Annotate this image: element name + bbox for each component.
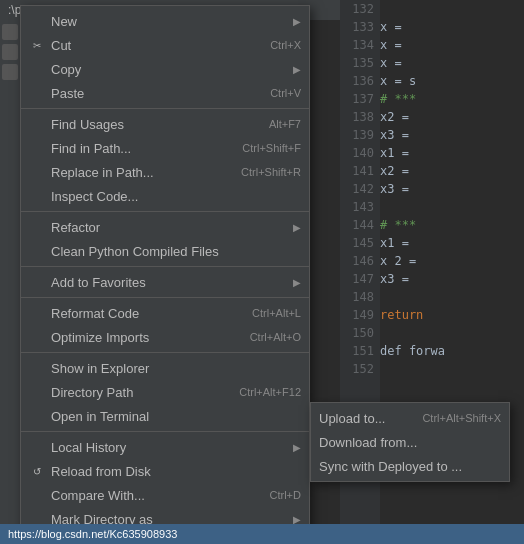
menu-item-new[interactable]: New▶ — [21, 9, 309, 33]
menu-item-show-in-explorer[interactable]: Show in Explorer — [21, 356, 309, 380]
submenu-shortcut-upload-to: Ctrl+Alt+Shift+X — [422, 412, 501, 424]
code-line-149: return — [380, 306, 524, 324]
line-number-134: 134 — [340, 36, 380, 54]
menu-label-reload-from-disk: Reload from Disk — [51, 464, 301, 479]
menu-icon-find-usages — [29, 116, 45, 132]
bottom-bar: https://blog.csdn.net/Kc635908933 — [0, 524, 524, 544]
line-number-137: 137 — [340, 90, 380, 108]
menu-icon-refactor — [29, 219, 45, 235]
menu-label-inspect-code: Inspect Code... — [51, 189, 301, 204]
submenu-item-sync-with-deployed[interactable]: Sync with Deployed to ... — [311, 454, 509, 478]
menu-item-inspect-code[interactable]: Inspect Code... — [21, 184, 309, 208]
code-line-134: x = — [380, 36, 524, 54]
menu-icon-find-in-path — [29, 140, 45, 156]
menu-item-clean-python[interactable]: Clean Python Compiled Files — [21, 239, 309, 263]
menu-item-add-to-favorites[interactable]: Add to Favorites▶ — [21, 270, 309, 294]
code-line-145: x1 = — [380, 234, 524, 252]
menu-icon-cut: ✂ — [29, 37, 45, 53]
left-panel — [0, 20, 20, 544]
menu-shortcut-reformat-code: Ctrl+Alt+L — [252, 307, 301, 319]
menu-item-directory-path[interactable]: Directory PathCtrl+Alt+F12 — [21, 380, 309, 404]
menu-icon-open-in-terminal — [29, 408, 45, 424]
line-number-150: 150 — [340, 324, 380, 342]
code-line-151: def forwa — [380, 342, 524, 360]
bottom-bar-text: https://blog.csdn.net/Kc635908933 — [8, 528, 177, 540]
menu-item-find-in-path[interactable]: Find in Path...Ctrl+Shift+F — [21, 136, 309, 160]
menu-item-copy[interactable]: Copy▶ — [21, 57, 309, 81]
menu-item-local-history[interactable]: Local History▶ — [21, 435, 309, 459]
context-menu: New▶✂CutCtrl+XCopy▶PasteCtrl+VFind Usage… — [20, 5, 310, 544]
sidebar-icon-3 — [2, 64, 18, 80]
code-line-150 — [380, 324, 524, 342]
code-line-137: # *** — [380, 90, 524, 108]
menu-item-reformat-code[interactable]: Reformat CodeCtrl+Alt+L — [21, 301, 309, 325]
menu-icon-directory-path — [29, 384, 45, 400]
menu-item-paste[interactable]: PasteCtrl+V — [21, 81, 309, 105]
menu-arrow-add-to-favorites: ▶ — [293, 277, 301, 288]
code-line-143 — [380, 198, 524, 216]
menu-icon-reload-from-disk: ↺ — [29, 463, 45, 479]
sidebar-icon-1 — [2, 24, 18, 40]
code-line-144: # *** — [380, 216, 524, 234]
code-line-152 — [380, 360, 524, 378]
menu-label-cut: Cut — [51, 38, 250, 53]
line-number-142: 142 — [340, 180, 380, 198]
menu-label-new: New — [51, 14, 289, 29]
menu-separator-after-optimize-imports — [21, 352, 309, 353]
line-number-147: 147 — [340, 270, 380, 288]
code-line-138: x2 = — [380, 108, 524, 126]
line-number-132: 132 — [340, 0, 380, 18]
menu-arrow-local-history: ▶ — [293, 442, 301, 453]
menu-item-find-usages[interactable]: Find UsagesAlt+F7 — [21, 112, 309, 136]
menu-label-directory-path: Directory Path — [51, 385, 219, 400]
menu-separator-after-paste — [21, 108, 309, 109]
menu-arrow-copy: ▶ — [293, 64, 301, 75]
menu-shortcut-compare-with: Ctrl+D — [270, 489, 301, 501]
menu-label-refactor: Refactor — [51, 220, 289, 235]
submenu-item-download-from[interactable]: Download from... — [311, 430, 509, 454]
line-number-135: 135 — [340, 54, 380, 72]
code-line-133: x = — [380, 18, 524, 36]
sidebar-icon-2 — [2, 44, 18, 60]
menu-icon-reformat-code — [29, 305, 45, 321]
line-number-151: 151 — [340, 342, 380, 360]
menu-arrow-new: ▶ — [293, 16, 301, 27]
line-number-136: 136 — [340, 72, 380, 90]
menu-item-reload-from-disk[interactable]: ↺Reload from Disk — [21, 459, 309, 483]
code-line-141: x2 = — [380, 162, 524, 180]
menu-arrow-mark-directory-as: ▶ — [293, 514, 301, 525]
menu-icon-optimize-imports — [29, 329, 45, 345]
menu-icon-show-in-explorer — [29, 360, 45, 376]
menu-separator-after-inspect-code — [21, 211, 309, 212]
menu-item-refactor[interactable]: Refactor▶ — [21, 215, 309, 239]
menu-icon-inspect-code — [29, 188, 45, 204]
menu-item-replace-in-path[interactable]: Replace in Path...Ctrl+Shift+R — [21, 160, 309, 184]
menu-shortcut-replace-in-path: Ctrl+Shift+R — [241, 166, 301, 178]
menu-item-optimize-imports[interactable]: Optimize ImportsCtrl+Alt+O — [21, 325, 309, 349]
submenu-item-upload-to[interactable]: Upload to...Ctrl+Alt+Shift+X — [311, 406, 509, 430]
code-line-135: x = — [380, 54, 524, 72]
menu-item-compare-with[interactable]: Compare With...Ctrl+D — [21, 483, 309, 507]
submenu-label-download-from: Download from... — [319, 435, 501, 450]
menu-label-copy: Copy — [51, 62, 289, 77]
line-number-148: 148 — [340, 288, 380, 306]
menu-item-cut[interactable]: ✂CutCtrl+X — [21, 33, 309, 57]
menu-item-open-in-terminal[interactable]: Open in Terminal — [21, 404, 309, 428]
menu-icon-copy — [29, 61, 45, 77]
line-number-141: 141 — [340, 162, 380, 180]
code-line-140: x1 = — [380, 144, 524, 162]
line-number-138: 138 — [340, 108, 380, 126]
line-number-140: 140 — [340, 144, 380, 162]
line-number-144: 144 — [340, 216, 380, 234]
code-line-147: x3 = — [380, 270, 524, 288]
code-line-142: x3 = — [380, 180, 524, 198]
menu-label-clean-python: Clean Python Compiled Files — [51, 244, 301, 259]
line-number-152: 152 — [340, 360, 380, 378]
menu-label-paste: Paste — [51, 86, 250, 101]
menu-label-open-in-terminal: Open in Terminal — [51, 409, 301, 424]
line-number-143: 143 — [340, 198, 380, 216]
code-line-132 — [380, 0, 524, 18]
line-number-149: 149 — [340, 306, 380, 324]
submenu-label-sync-with-deployed: Sync with Deployed to ... — [319, 459, 501, 474]
code-line-136: x = s — [380, 72, 524, 90]
